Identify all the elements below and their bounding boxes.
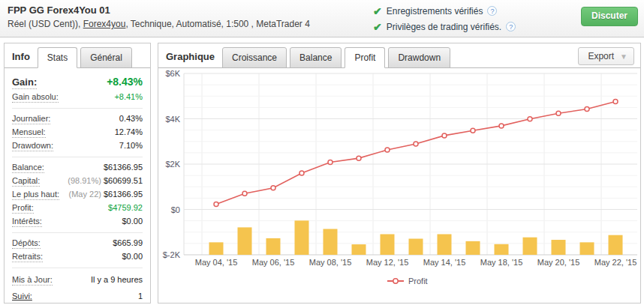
daily-profit-bar[interactable]	[295, 220, 309, 255]
daily-profit-bar[interactable]	[466, 241, 480, 255]
stat-group: Dépôts:$665.99Retraits:$0.00	[12, 232, 143, 268]
chart-panel: Graphique Croissance Balance Profit Draw…	[158, 43, 641, 304]
stat-label: Balance:	[12, 163, 44, 173]
question-circle-icon[interactable]: ?	[506, 22, 516, 31]
daily-profit-bar[interactable]	[609, 235, 623, 255]
profit-chart[interactable]: $6K$4K$2K$0$-2KMay 04, '15May 06, '15May…	[158, 68, 640, 303]
daily-profit-bar[interactable]	[266, 238, 281, 255]
stat-value: $0.00	[122, 217, 143, 226]
stat-row: Mis à Jour:Il y a 9 heures	[12, 272, 143, 289]
account-subtitle: Réel (USD Cent)), Forex4you, Technique, …	[8, 19, 310, 29]
daily-profit-bar[interactable]	[495, 244, 509, 255]
stat-label: Gain:	[12, 76, 37, 89]
legend-label[interactable]: Profit	[408, 277, 428, 286]
profit-point[interactable]	[528, 117, 532, 121]
profit-point[interactable]	[242, 191, 247, 196]
stat-label[interactable]: Suivi:	[12, 292, 32, 301]
y-tick-label: $4K	[165, 115, 180, 124]
x-tick-label: May 22, '15	[594, 258, 637, 267]
stat-label: Drawdown:	[12, 141, 53, 151]
sidebar-stats: Gain:+8.43%Gain absolu:+8.41%Journalier:…	[5, 68, 150, 305]
stat-label: Intérêts:	[12, 217, 42, 227]
stat-row: Journalier:0.43%	[12, 112, 143, 126]
daily-profit-bar[interactable]	[352, 244, 366, 255]
tab-stats[interactable]: Stats	[38, 47, 77, 68]
daily-profit-bar[interactable]	[523, 238, 537, 255]
daily-profit-bar[interactable]	[580, 242, 594, 255]
verification-row: ✔ Enregistrements vérifiés ?	[373, 3, 516, 19]
stat-value: (May 22) $61366.95	[69, 190, 143, 199]
stat-value: 7.10%	[119, 141, 143, 150]
tab-profit[interactable]: Profit	[345, 47, 385, 68]
stat-row: Gain:+8.43%	[12, 74, 143, 91]
profit-point[interactable]	[299, 171, 304, 175]
profit-chart-svg[interactable]: $6K$4K$2K$0$-2KMay 04, '15May 06, '15May…	[158, 68, 640, 303]
stat-row: Mensuel:12.74%	[12, 126, 143, 139]
stat-group: Gain:+8.43%Gain absolu:+8.41%	[12, 70, 143, 108]
profit-point[interactable]	[471, 128, 475, 133]
stat-label: Le plus haut:	[12, 190, 59, 200]
profit-point[interactable]	[442, 133, 447, 138]
stat-label: Mis à Jour:	[12, 275, 53, 286]
sidebar-section-label: Info	[12, 51, 30, 62]
stat-value: $61366.95	[104, 163, 143, 172]
stat-value: $0.00	[122, 252, 143, 261]
broker-link[interactable]: Forex4you	[83, 19, 126, 29]
stat-row: Drawdown:7.10%	[12, 139, 143, 153]
x-tick-label: May 04, '15	[195, 258, 238, 267]
profit-point[interactable]	[271, 186, 275, 190]
discuss-button[interactable]: Discuter	[581, 7, 638, 26]
x-tick-label: May 06, '15	[252, 258, 295, 267]
profit-point[interactable]	[499, 124, 504, 128]
stat-value: 1	[138, 292, 143, 301]
profit-point[interactable]	[613, 100, 618, 104]
account-meta-text: , Technique, Automatisé, 1:500 , MetaTra…	[125, 19, 309, 29]
chart-section-label: Graphique	[166, 51, 215, 62]
stat-row: Le plus haut:(May 22) $61366.95	[12, 188, 143, 202]
daily-profit-bar[interactable]	[209, 242, 224, 255]
verification-list: ✔ Enregistrements vérifiés ? ✔ Privilège…	[373, 3, 516, 34]
profit-point[interactable]	[385, 148, 390, 152]
question-circle-icon[interactable]: ?	[487, 6, 497, 16]
account-title: FPP GG Forex4You 01	[8, 4, 110, 16]
daily-profit-bar[interactable]	[381, 234, 395, 255]
stat-label: Retraits:	[12, 252, 43, 262]
stat-value-note: (May 22)	[69, 190, 104, 199]
daily-profit-bar[interactable]	[552, 240, 566, 255]
daily-profit-bar[interactable]	[409, 239, 423, 255]
tab-balance[interactable]: Balance	[290, 47, 342, 68]
profit-point[interactable]	[414, 142, 418, 146]
account-type-text: Réel (USD Cent)),	[8, 19, 83, 29]
top-header-bar: FPP GG Forex4You 01 Réel (USD Cent)), Fo…	[0, 0, 644, 37]
stat-value: +8.43%	[107, 76, 143, 88]
stat-row: Capital:(98.91%) $60699.51	[12, 175, 143, 188]
stat-label: Dépôts:	[12, 238, 41, 249]
x-tick-label: May 12, '15	[366, 258, 409, 267]
verification-row: ✔ Privilèges de trading vérifiés. ?	[373, 19, 516, 34]
legend-marker-icon	[393, 279, 398, 283]
x-tick-label: May 08, '15	[309, 258, 352, 267]
profit-point[interactable]	[556, 111, 561, 115]
check-icon: ✔	[373, 5, 382, 17]
verification-label: Enregistrements vérifiés	[387, 6, 483, 16]
tab-drawdown[interactable]: Drawdown	[388, 47, 450, 68]
stat-row: Balance:$61366.95	[12, 161, 143, 175]
stat-value: 12.74%	[115, 127, 143, 136]
daily-profit-bar[interactable]	[324, 229, 338, 255]
profit-point[interactable]	[585, 106, 589, 111]
y-tick-label: $-2K	[163, 250, 181, 259]
profit-point[interactable]	[214, 202, 218, 207]
daily-profit-bar[interactable]	[238, 227, 252, 255]
tab-general[interactable]: Général	[80, 47, 132, 68]
stat-value: $4759.92	[108, 203, 143, 212]
stat-group: Balance:$61366.95Capital:(98.91%) $60699…	[12, 157, 143, 232]
stat-value: $665.99	[113, 238, 143, 247]
export-button[interactable]: Export▼	[578, 47, 634, 65]
stat-row: Retraits:$0.00	[12, 250, 143, 264]
profit-point[interactable]	[357, 156, 361, 160]
export-label: Export	[588, 51, 614, 61]
daily-profit-bar[interactable]	[438, 234, 452, 255]
profit-point[interactable]	[328, 160, 333, 165]
tab-croissance[interactable]: Croissance	[222, 47, 287, 68]
stat-row: Gain absolu:+8.41%	[12, 91, 143, 104]
